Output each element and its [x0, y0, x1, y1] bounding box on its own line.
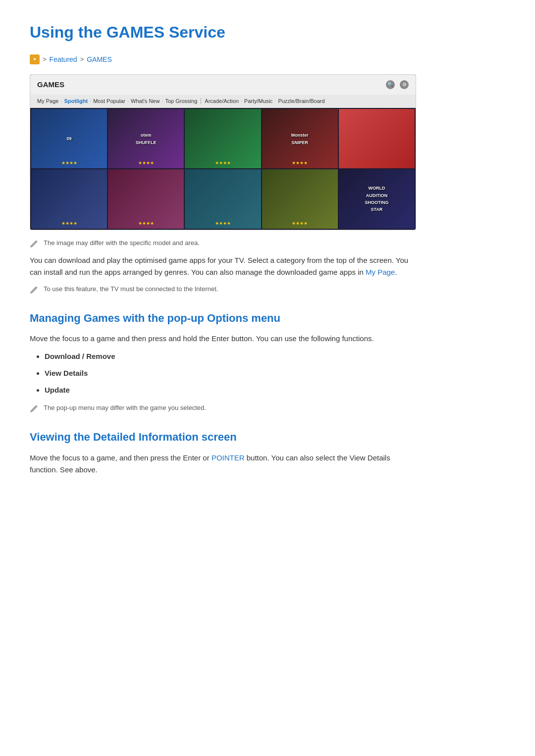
nav-most-popular[interactable]: Most Popular	[93, 97, 125, 106]
nav-divider	[201, 98, 201, 104]
nav-spotlight[interactable]: Spotlight	[64, 97, 88, 106]
home-icon	[30, 54, 40, 64]
game-tile-3[interactable]: ★★★★	[185, 109, 261, 168]
tile-stars-8: ★★★★	[185, 220, 261, 227]
pencil-icon-3	[30, 403, 39, 413]
games-header: GAMES 🔍 ⚙	[30, 75, 416, 95]
tile-label-9	[299, 198, 301, 200]
tile-label-4: MonsterSNIPER	[290, 131, 310, 147]
tile-stars-2: ★★★★	[108, 159, 184, 166]
tile-stars-9: ★★★★	[262, 220, 338, 227]
game-tile-10[interactable]: WORLDAUDITIONSHOOTING STAR	[339, 169, 415, 229]
section1-title: Managing Games with the pop-up Options m…	[30, 309, 416, 327]
note-2-text: To use this feature, the TV must be conn…	[44, 284, 218, 295]
note-3-block: The pop-up menu may differ with the game…	[30, 403, 416, 413]
note-1-block: The image may differ with the specific m…	[30, 238, 416, 249]
note-2-block: To use this feature, the TV must be conn…	[30, 284, 416, 295]
tile-stars-1: ★★★★	[31, 159, 107, 166]
pencil-icon-1	[30, 239, 39, 249]
game-tile-8[interactable]: ★★★★	[185, 169, 261, 229]
tile-stars-6: ★★★★	[31, 220, 107, 227]
nav-party[interactable]: Party/Music	[244, 97, 272, 106]
game-tile-6[interactable]: ★★★★	[31, 169, 107, 229]
tile-label-7	[145, 198, 147, 200]
tile-label-3	[222, 138, 224, 140]
nav-mypage[interactable]: My Page	[37, 97, 58, 106]
games-header-icons: 🔍 ⚙	[386, 80, 409, 89]
list-item-download-text: Download / Remove	[45, 352, 115, 360]
nav-top-grossing[interactable]: Top Grossing	[165, 97, 197, 106]
game-tile-1[interactable]: 09 ★★★★	[31, 109, 107, 168]
intro-paragraph: You can download and play the optimised …	[30, 254, 416, 278]
nav-whats-new[interactable]: What's New	[131, 97, 160, 106]
list-item-download: Download / Remove	[45, 351, 416, 362]
note-1-text: The image may differ with the specific m…	[44, 238, 200, 249]
games-screen-title: GAMES	[37, 79, 64, 91]
pointer-link[interactable]: POINTER	[212, 454, 245, 462]
tile-label-10: WORLDAUDITIONSHOOTING STAR	[358, 184, 396, 214]
tile-stars-3: ★★★★	[185, 159, 261, 166]
my-page-link[interactable]: My Page	[366, 268, 395, 276]
section2-desc-1: Move the focus to a game, and then press…	[30, 454, 210, 462]
intro-text-before: You can download and play the optimised …	[30, 256, 408, 276]
tile-label-8	[222, 198, 224, 200]
tile-label-6	[68, 198, 70, 200]
list-item-view-details-text: View Details	[45, 369, 88, 377]
search-icon: 🔍	[386, 80, 395, 89]
tile-label-1: 09	[66, 134, 73, 143]
game-tile-2[interactable]: otemSHUFFLE ★★★★	[108, 109, 184, 168]
tile-label-2: otemSHUFFLE	[135, 131, 158, 147]
list-item-view-details: View Details	[45, 367, 416, 379]
breadcrumb-games-link[interactable]: GAMES	[87, 54, 112, 65]
games-grid: 09 ★★★★ otemSHUFFLE ★★★★ ★★★★ MonsterSNI…	[30, 108, 416, 230]
list-item-update: Update	[45, 384, 416, 396]
note-3-text: The pop-up menu may differ with the game…	[44, 403, 206, 413]
breadcrumb-featured-link[interactable]: Featured	[50, 54, 77, 65]
intro-text-after: .	[395, 268, 397, 276]
game-tile-9[interactable]: ★★★★	[262, 169, 338, 229]
chevron-2: >	[80, 54, 84, 65]
nav-arcade[interactable]: Arcade/Action	[205, 97, 238, 106]
tile-label-5	[375, 138, 377, 140]
nav-puzzle[interactable]: Puzzle/Brain/Board	[278, 97, 324, 106]
section1-description: Move the focus to a game and then press …	[30, 333, 416, 345]
game-tile-5[interactable]	[339, 109, 415, 168]
game-tile-7[interactable]: ★★★★	[108, 169, 184, 229]
chevron-1: >	[43, 54, 47, 65]
tile-stars-4: ★★★★	[262, 159, 338, 166]
page-title: Using the GAMES Service	[30, 20, 416, 45]
games-screen: GAMES 🔍 ⚙ My Page · Spotlight · Most Pop…	[30, 74, 416, 231]
section1-list: Download / Remove View Details Update	[45, 351, 416, 396]
pencil-icon-2	[30, 285, 39, 295]
settings-icon: ⚙	[400, 80, 409, 89]
games-nav: My Page · Spotlight · Most Popular · Wha…	[30, 95, 416, 108]
section2-paragraph: Move the focus to a game, and then press…	[30, 452, 416, 476]
list-item-update-text: Update	[45, 386, 70, 394]
tile-stars-7: ★★★★	[108, 220, 184, 227]
game-tile-4[interactable]: MonsterSNIPER ★★★★	[262, 109, 338, 168]
breadcrumb: > Featured > GAMES	[30, 54, 416, 65]
section2-title: Viewing the Detailed Information screen	[30, 428, 416, 446]
